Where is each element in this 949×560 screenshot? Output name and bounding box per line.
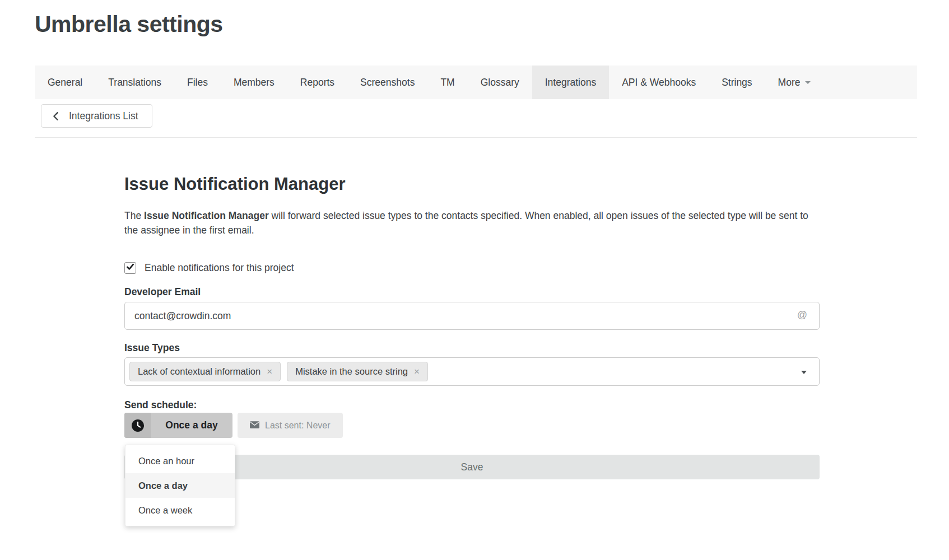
back-button-label: Integrations List [69,110,138,122]
chevron-left-icon [52,111,60,121]
schedule-option-once-a-day[interactable]: Once a day [125,473,235,498]
developer-email-input[interactable] [124,302,820,330]
send-schedule-label: Send schedule: [124,399,820,411]
schedule-option-once-an-hour[interactable]: Once an hour [125,449,235,473]
issue-type-tag: Mistake in the source string × [287,362,428,381]
tab-general[interactable]: General [35,66,95,99]
tab-more[interactable]: More [765,66,824,99]
header-divider [35,137,917,138]
description-bold: Issue Notification Manager [144,210,269,221]
tab-files[interactable]: Files [174,66,221,99]
schedule-selected-label: Once a day [151,413,232,438]
enable-notifications-checkbox[interactable] [124,262,136,274]
last-sent-label: Last sent: Never [265,421,331,431]
chevron-down-icon [805,81,811,84]
tab-members[interactable]: Members [221,66,287,99]
issue-type-tag-label: Lack of contextual information [138,366,260,377]
developer-email-wrap: @ [124,302,820,330]
integration-description: The Issue Notification Manager will forw… [124,208,820,237]
chevron-down-icon[interactable] [801,371,807,374]
schedule-option-once-a-week[interactable]: Once a week [125,498,235,522]
enable-notifications-label: Enable notifications for this project [145,262,294,274]
enable-notifications-row: Enable notifications for this project [124,262,820,274]
schedule-dropdown-button[interactable]: Once a day [124,413,232,438]
project-tabbar: General Translations Files Members Repor… [35,66,917,99]
page-title: Umbrella settings [35,11,223,38]
remove-tag-icon[interactable]: × [414,366,420,377]
issue-type-tag-label: Mistake in the source string [295,366,408,377]
integrations-list-back-button[interactable]: Integrations List [41,104,152,128]
remove-tag-icon[interactable]: × [267,366,272,377]
tab-glossary[interactable]: Glossary [468,66,532,99]
envelope-icon [250,421,259,431]
issue-type-tag: Lack of contextual information × [129,362,281,381]
tab-more-label: More [778,77,801,88]
at-sign-icon: @ [797,309,807,321]
schedule-dropdown-menu: Once an hour Once a day Once a week [125,445,235,526]
developer-email-label: Developer Email [124,286,820,298]
tab-reports[interactable]: Reports [287,66,347,99]
integration-settings-panel: Issue Notification Manager The Issue Not… [124,157,820,479]
tab-api-webhooks[interactable]: API & Webhooks [609,66,709,99]
issue-types-multiselect[interactable]: Lack of contextual information × Mistake… [124,357,820,386]
integration-title: Issue Notification Manager [124,174,820,195]
tab-screenshots[interactable]: Screenshots [347,66,427,99]
tab-translations[interactable]: Translations [95,66,174,99]
issue-types-label: Issue Types [124,342,820,354]
tab-integrations[interactable]: Integrations [532,66,609,99]
tab-tm[interactable]: TM [427,66,467,99]
clock-icon [124,413,151,438]
checkmark-icon [126,263,134,273]
tab-strings[interactable]: Strings [709,66,765,99]
send-schedule-row: Once a day Last sent: Never Once an hour… [124,413,820,438]
last-sent-button[interactable]: Last sent: Never [238,413,343,438]
